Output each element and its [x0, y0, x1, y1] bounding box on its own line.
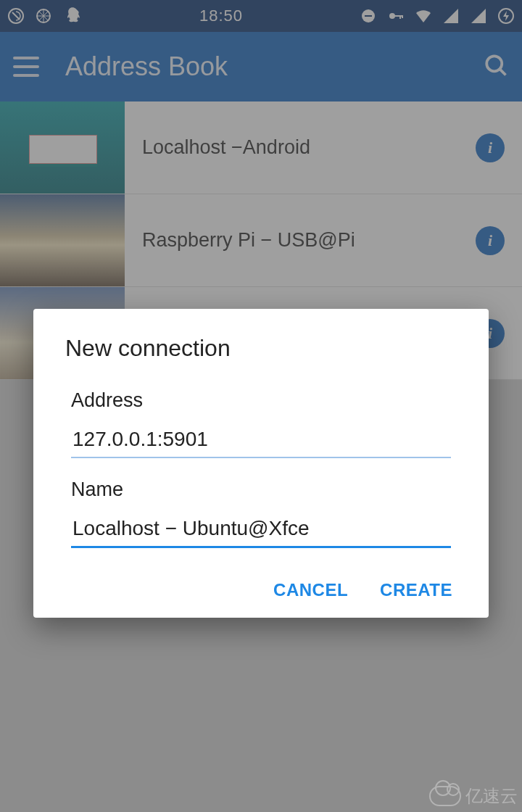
- create-button[interactable]: CREATE: [380, 580, 452, 600]
- name-label: Name: [71, 478, 451, 501]
- new-connection-dialog: New connection Address Name CANCEL CREAT…: [33, 309, 489, 618]
- address-input[interactable]: [71, 423, 451, 458]
- address-field: Address: [71, 389, 451, 458]
- cancel-button[interactable]: CANCEL: [273, 580, 348, 600]
- cloud-icon: [429, 786, 461, 806]
- watermark-text: 亿速云: [465, 784, 518, 808]
- name-input[interactable]: [71, 513, 451, 548]
- watermark: 亿速云: [429, 784, 518, 808]
- dialog-title: New connection: [65, 335, 457, 362]
- name-field: Name: [71, 478, 451, 548]
- address-label: Address: [71, 389, 451, 412]
- dialog-actions: CANCEL CREATE: [65, 580, 457, 600]
- modal-overlay[interactable]: New connection Address Name CANCEL CREAT…: [0, 0, 522, 812]
